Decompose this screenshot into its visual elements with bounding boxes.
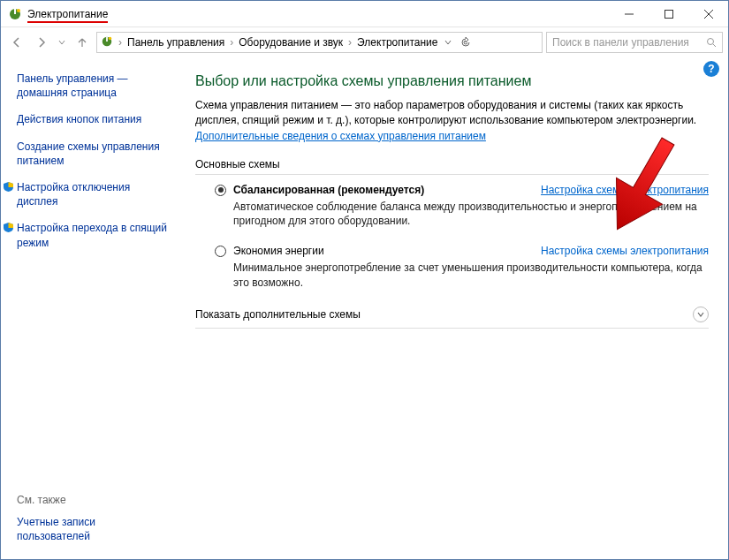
sidebar-sleep-link[interactable]: Настройка перехода в спящий режим [17, 221, 169, 249]
svg-rect-4 [664, 10, 672, 18]
plan-powersaver-radio[interactable] [215, 246, 226, 257]
basic-plans-header: Основные схемы [195, 158, 709, 175]
svg-point-2 [17, 9, 20, 12]
svg-rect-8 [106, 36, 108, 41]
chevron-down-icon [693, 306, 709, 322]
titlebar: Электропитание [1, 1, 728, 27]
sidebar-display-off-link[interactable]: Настройка отключения дисплея [17, 180, 169, 208]
search-icon [706, 37, 717, 48]
sidebar-create-scheme-link[interactable]: Создание схемы управления питанием [17, 140, 169, 168]
plan-balanced-desc: Автоматическое соблюдение баланса между … [233, 200, 709, 230]
content-pane: ? Выбор или настройка схемы управления п… [179, 57, 728, 559]
sidebar: Панель управления — домашняя страница Де… [1, 57, 179, 559]
svg-point-9 [109, 36, 112, 40]
breadcrumb-mid[interactable]: Оборудование и звук [235, 36, 346, 49]
shield-icon [3, 181, 14, 193]
recent-locations-button[interactable] [56, 32, 68, 53]
svg-rect-1 [14, 9, 16, 14]
plan-balanced-radio[interactable] [215, 185, 226, 196]
svg-line-11 [713, 44, 716, 47]
shield-icon [3, 222, 14, 233]
sidebar-user-accounts-link[interactable]: Учетные записи пользователей [17, 515, 169, 543]
breadcrumb-leaf[interactable]: Электропитание [353, 36, 441, 49]
breadcrumb[interactable]: › Панель управления › Оборудование и зву… [96, 32, 543, 53]
page-heading: Выбор или настройка схемы управления пит… [195, 73, 709, 89]
svg-point-10 [708, 39, 714, 45]
show-additional-plans[interactable]: Показать дополнительные схемы [195, 306, 709, 329]
see-also-label: См. также [17, 494, 169, 506]
window-title: Электропитание [27, 8, 108, 20]
minimize-button[interactable] [609, 1, 649, 27]
plan-balanced: Сбалансированная (рекомендуется) Настрой… [215, 184, 709, 230]
refresh-icon[interactable] [460, 37, 471, 48]
back-button[interactable] [6, 32, 27, 53]
show-additional-plans-label: Показать дополнительные схемы [195, 308, 361, 321]
plan-powersaver: Экономия энергии Настройка схемы электро… [215, 245, 709, 291]
plan-balanced-name: Сбалансированная (рекомендуется) [233, 184, 424, 196]
maximize-button[interactable] [649, 1, 688, 27]
plan-powersaver-settings-link[interactable]: Настройка схемы электропитания [541, 245, 709, 257]
up-button[interactable] [72, 32, 93, 53]
search-placeholder: Поиск в панели управления [552, 36, 689, 49]
forward-button[interactable] [31, 32, 52, 53]
plan-powersaver-name: Экономия энергии [233, 245, 324, 257]
power-options-icon [8, 7, 22, 21]
address-bar: › Панель управления › Оборудование и зву… [1, 27, 728, 57]
help-button[interactable]: ? [703, 61, 719, 77]
breadcrumb-root[interactable]: Панель управления [124, 36, 228, 49]
sidebar-home-link[interactable]: Панель управления — домашняя страница [17, 72, 169, 100]
sidebar-buttons-action-link[interactable]: Действия кнопок питания [17, 112, 169, 126]
search-input[interactable]: Поиск в панели управления [546, 32, 723, 53]
chevron-down-icon[interactable] [444, 39, 452, 46]
page-description: Схема управления питанием — это набор па… [195, 98, 709, 128]
plan-powersaver-desc: Минимальное энергопотребление за счет ум… [233, 261, 709, 291]
power-options-icon [101, 35, 113, 50]
plan-balanced-settings-link[interactable]: Настройка схемы электропитания [541, 184, 709, 196]
learn-more-link[interactable]: Дополнительные сведения о схемах управле… [195, 130, 486, 142]
close-button[interactable] [688, 1, 728, 27]
